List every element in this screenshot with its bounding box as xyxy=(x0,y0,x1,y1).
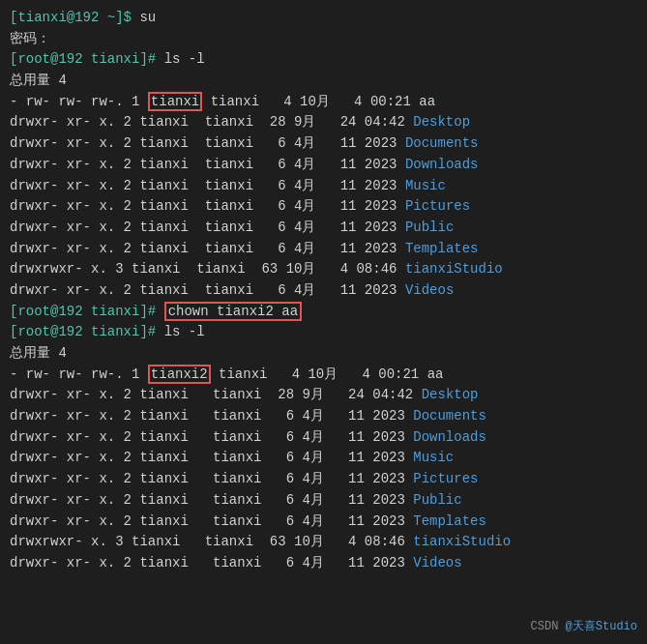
line-7: drwxr- xr- x. 2 tianxi tianxi 6 4月 11 20… xyxy=(10,133,637,155)
dir-public-1: Public xyxy=(405,220,454,235)
dir-downloads-1: Downloads xyxy=(405,157,479,172)
dir-pictures-2: Pictures xyxy=(413,471,478,486)
line-1: [tianxi@192 ~]$ su xyxy=(10,8,637,29)
line-20: drwxr- xr- x. 2 tianxi tianxi 6 4月 11 20… xyxy=(10,406,637,427)
line-23: drwxr- xr- x. 2 tianxi tianxi 6 4月 11 20… xyxy=(10,469,637,490)
prompt-16: [root@192 tianxi]# xyxy=(10,324,164,339)
line-21: drwxr- xr- x. 2 tianxi tianxi 6 4月 11 20… xyxy=(10,427,637,449)
line-24: drwxr- xr- x. 2 tianxi tianxi 6 4月 11 20… xyxy=(10,490,637,512)
dir-documents-1: Documents xyxy=(405,135,479,151)
line-15: [root@192 tianxi]# chown tianxi2 aa xyxy=(10,302,637,323)
line-26: drwxrwxr- x. 3 tianxi tianxi 63 10月 4 08… xyxy=(10,532,637,553)
dir-templates-1: Templates xyxy=(405,241,479,256)
dir-pictures-1: Pictures xyxy=(405,198,470,214)
dir-public-2: Public xyxy=(413,492,461,508)
dir-desktop-1: Desktop xyxy=(413,114,470,130)
line-16: [root@192 tianxi]# ls -l xyxy=(10,322,637,343)
line-9: drwxr- xr- x. 2 tianxi tianxi 6 4月 11 20… xyxy=(10,176,637,197)
watermark-brand: @天喜Studio xyxy=(566,620,637,633)
dir-studio-1: tianxiStudio xyxy=(405,261,503,277)
line-10: drwxr- xr- x. 2 tianxi tianxi 6 4月 11 20… xyxy=(10,196,637,218)
dir-videos-2: Videos xyxy=(413,555,461,571)
prompt-3: [root@192 tianxi]# xyxy=(10,51,164,67)
line-3: [root@192 tianxi]# ls -l xyxy=(10,49,637,71)
line-12: drwxr- xr- x. 2 tianxi tianxi 6 4月 11 20… xyxy=(10,239,637,260)
line-11: drwxr- xr- x. 2 tianxi tianxi 6 4月 11 20… xyxy=(10,218,637,239)
dir-templates-2: Templates xyxy=(413,513,486,529)
dir-documents-2: Documents xyxy=(413,408,486,424)
user-highlight-2: tianxi2 xyxy=(148,365,211,384)
line-22: drwxr- xr- x. 2 tianxi tianxi 6 4月 11 20… xyxy=(10,448,637,469)
dir-downloads-2: Downloads xyxy=(413,429,486,445)
dir-videos-1: Videos xyxy=(405,282,454,298)
dir-music-2: Music xyxy=(413,450,454,465)
watermark: CSDN @天喜Studio xyxy=(531,618,637,636)
line-5: - rw- rw- rw-. 1 tianxi tianxi 4 10月 4 0… xyxy=(10,92,637,113)
line-14: drwxr- xr- x. 2 tianxi tianxi 6 4月 11 20… xyxy=(10,280,637,302)
line-2: 密码： xyxy=(10,29,637,50)
line-27: drwxr- xr- x. 2 tianxi tianxi 6 4月 11 20… xyxy=(10,553,637,574)
dir-music-1: Music xyxy=(405,178,446,193)
chown-cmd: chown tianxi2 aa xyxy=(164,302,302,321)
line-6: drwxr- xr- x. 2 tianxi tianxi 28 9月 24 0… xyxy=(10,112,637,133)
line-18: - rw- rw- rw-. 1 tianxi2 tianxi 4 10月 4 … xyxy=(10,365,637,386)
line-17: 总用量 4 xyxy=(10,343,637,365)
line-4: 总用量 4 xyxy=(10,71,637,92)
line-19: drwxr- xr- x. 2 tianxi tianxi 28 9月 24 0… xyxy=(10,385,637,406)
terminal: [tianxi@192 ~]$ su 密码： [root@192 tianxi]… xyxy=(10,8,637,636)
line-13: drwxrwxr- x. 3 tianxi tianxi 63 10月 4 08… xyxy=(10,259,637,280)
prompt-15: [root@192 tianxi]# xyxy=(10,304,164,319)
prompt-1: [tianxi@192 ~]$ xyxy=(10,10,139,25)
line-8: drwxr- xr- x. 2 tianxi tianxi 6 4月 11 20… xyxy=(10,155,637,176)
dir-studio-2: tianxiStudio xyxy=(413,534,511,549)
dir-desktop-2: Desktop xyxy=(422,387,479,402)
user-highlight-1: tianxi xyxy=(148,92,202,111)
line-25: drwxr- xr- x. 2 tianxi tianxi 6 4月 11 20… xyxy=(10,512,637,533)
